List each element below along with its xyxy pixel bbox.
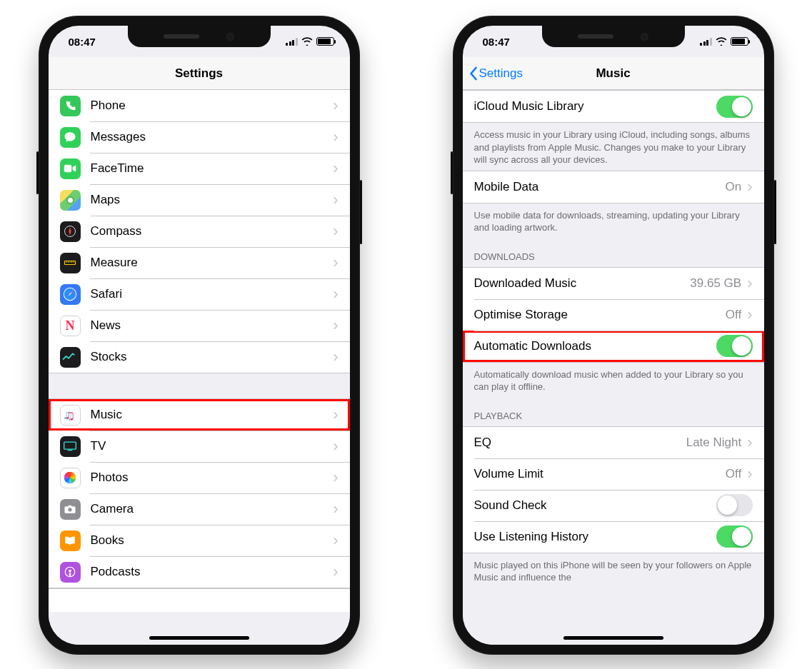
chevron-right-icon: › bbox=[333, 286, 338, 302]
settings-group-apps: Phone›Messages›FaceTime›Maps›Compass›Mea… bbox=[49, 90, 350, 373]
label: Phone bbox=[91, 99, 332, 113]
label: Stocks bbox=[91, 350, 332, 364]
chevron-right-icon: › bbox=[333, 470, 338, 486]
battery-icon bbox=[731, 37, 748, 46]
chevron-right-icon: › bbox=[333, 349, 338, 365]
row-sound-check[interactable]: Sound Check bbox=[463, 490, 764, 521]
row-compass[interactable]: Compass› bbox=[49, 216, 350, 247]
home-indicator[interactable] bbox=[563, 636, 663, 640]
row-messages[interactable]: Messages› bbox=[49, 121, 350, 153]
row-measure[interactable]: Measure› bbox=[49, 247, 350, 278]
row-safari[interactable]: Safari› bbox=[49, 278, 350, 310]
label: News bbox=[91, 318, 332, 333]
row-stocks[interactable]: Stocks› bbox=[49, 341, 350, 373]
toggle-icloud-library[interactable] bbox=[716, 96, 753, 118]
camera-icon bbox=[60, 499, 81, 520]
toggle-listening-history[interactable] bbox=[716, 525, 753, 548]
chevron-right-icon: › bbox=[333, 318, 338, 333]
music-settings[interactable]: iCloud Music Library Access music in you… bbox=[463, 90, 764, 645]
row-books[interactable]: Books› bbox=[49, 525, 350, 556]
phone-icon bbox=[60, 96, 81, 116]
chevron-right-icon: › bbox=[747, 276, 752, 291]
row-phone[interactable]: Phone› bbox=[49, 90, 350, 121]
toggle-sound-check[interactable] bbox=[716, 494, 753, 516]
svg-rect-6 bbox=[68, 450, 73, 451]
podcasts-icon bbox=[60, 562, 81, 583]
chevron-right-icon: › bbox=[333, 223, 338, 239]
footer-downloads: Automatically download music when added … bbox=[463, 363, 764, 398]
label: TV bbox=[91, 439, 332, 453]
photos-icon bbox=[60, 468, 81, 488]
row-tv[interactable]: TV› bbox=[49, 431, 350, 462]
header-playback: PLAYBACK bbox=[463, 398, 764, 426]
row-music[interactable]: ♫Music› bbox=[49, 399, 350, 431]
label: Camera bbox=[91, 502, 332, 516]
footer-mobile: Use mobile data for downloads, streaming… bbox=[463, 203, 764, 238]
measure-icon bbox=[60, 253, 81, 273]
row-downloaded-music[interactable]: Downloaded Music 39.65 GB › bbox=[463, 268, 764, 299]
chevron-right-icon: › bbox=[333, 192, 338, 208]
nav-bar: Settings bbox=[49, 57, 350, 90]
group-playback: EQ Late Night › Volume Limit Off › Sound… bbox=[463, 426, 764, 553]
row-eq[interactable]: EQ Late Night › bbox=[463, 427, 764, 458]
back-button[interactable]: Settings bbox=[468, 66, 523, 81]
phone-left: 08:47 Settings Phone›Messages›FaceTime›M… bbox=[39, 16, 360, 655]
chevron-right-icon: › bbox=[333, 407, 338, 423]
label: Compass bbox=[91, 224, 332, 238]
safari-icon bbox=[60, 284, 81, 305]
status-time: 08:47 bbox=[483, 36, 510, 48]
value: Late Night bbox=[686, 436, 742, 450]
row-podcasts[interactable]: Podcasts› bbox=[49, 556, 350, 588]
row-facetime[interactable]: FaceTime› bbox=[49, 153, 350, 184]
svg-rect-5 bbox=[64, 442, 76, 449]
row-news[interactable]: NNews› bbox=[49, 310, 350, 341]
home-indicator[interactable] bbox=[149, 636, 249, 640]
signal-icon bbox=[700, 38, 712, 46]
row-volume-limit[interactable]: Volume Limit Off › bbox=[463, 458, 764, 490]
label: Messages bbox=[91, 130, 332, 144]
music-icon: ♫ bbox=[60, 405, 81, 426]
notch bbox=[128, 26, 271, 47]
settings-list[interactable]: Phone›Messages›FaceTime›Maps›Compass›Mea… bbox=[49, 90, 350, 645]
wifi-icon bbox=[301, 36, 313, 48]
wifi-icon bbox=[716, 36, 727, 48]
row-photos[interactable]: Photos› bbox=[49, 462, 350, 493]
compass-icon bbox=[60, 221, 81, 242]
label: Safari bbox=[91, 287, 332, 301]
row-maps[interactable]: Maps› bbox=[49, 184, 350, 216]
tv-icon bbox=[60, 436, 81, 457]
row-listening-history[interactable]: Use Listening History bbox=[463, 521, 764, 553]
chevron-right-icon: › bbox=[333, 129, 338, 145]
back-label: Settings bbox=[479, 66, 523, 81]
label: Downloaded Music bbox=[474, 276, 691, 291]
label: Sound Check bbox=[474, 498, 716, 513]
nav-bar: Settings Music bbox=[463, 57, 764, 90]
notch bbox=[542, 26, 685, 47]
battery-icon bbox=[316, 37, 334, 46]
row-mobile-data[interactable]: Mobile Data On › bbox=[463, 171, 764, 203]
chevron-right-icon: › bbox=[747, 435, 752, 451]
value: 39.65 GB bbox=[690, 276, 741, 291]
svg-point-7 bbox=[68, 508, 71, 511]
value: Off bbox=[726, 467, 741, 481]
row-camera[interactable]: Camera› bbox=[49, 493, 350, 525]
chevron-right-icon: › bbox=[747, 307, 752, 323]
cutoff-row bbox=[49, 588, 350, 612]
row-optimise-storage[interactable]: Optimise Storage Off › bbox=[463, 299, 764, 331]
books-icon bbox=[60, 530, 81, 551]
page-title: Music bbox=[596, 66, 630, 81]
chevron-right-icon: › bbox=[333, 438, 338, 454]
label: Optimise Storage bbox=[474, 308, 726, 322]
maps-icon bbox=[60, 190, 81, 211]
toggle-automatic-downloads[interactable] bbox=[716, 335, 753, 357]
label: Podcasts bbox=[91, 565, 332, 579]
svg-rect-0 bbox=[64, 165, 72, 173]
value: On bbox=[725, 180, 741, 194]
label: Use Listening History bbox=[474, 530, 716, 544]
row-icloud-library[interactable]: iCloud Music Library bbox=[463, 91, 764, 122]
group-mobile-data: Mobile Data On › bbox=[463, 171, 764, 203]
row-automatic-downloads[interactable]: Automatic Downloads bbox=[463, 331, 764, 362]
label: Mobile Data bbox=[474, 180, 726, 194]
label: Maps bbox=[91, 193, 332, 207]
group-icloud: iCloud Music Library bbox=[463, 90, 764, 123]
